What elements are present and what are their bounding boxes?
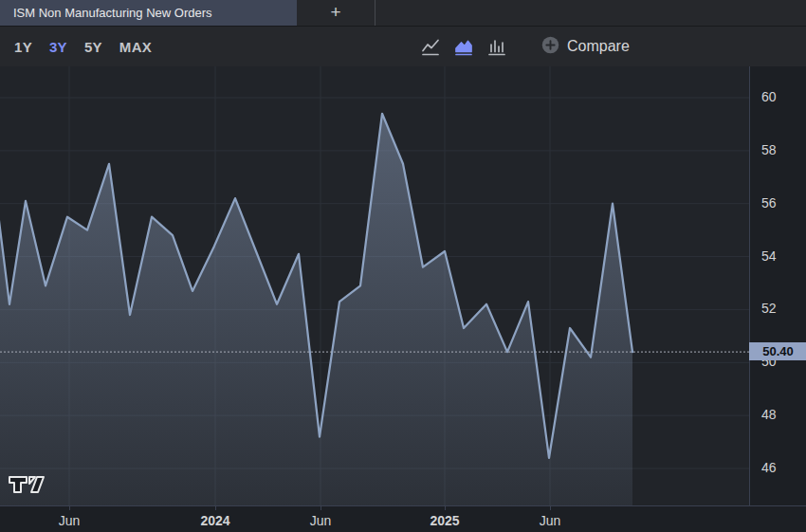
x-axis-tickmark <box>321 506 321 510</box>
y-axis-tick: 56 <box>761 195 777 211</box>
x-axis-tickmark <box>445 506 446 510</box>
area-chart <box>0 66 749 505</box>
tab-bar: ISM Non Manufacturing New Orders + <box>0 0 806 26</box>
x-axis-label: 2025 <box>430 513 459 528</box>
tradingview-chart-window: ISM Non Manufacturing New Orders + 1Y 3Y… <box>0 0 806 532</box>
tab-ism-non-manufacturing-new-orders[interactable]: ISM Non Manufacturing New Orders <box>0 0 297 26</box>
chart-type-switcher <box>419 27 508 66</box>
compare-button[interactable]: Compare <box>541 27 630 66</box>
plus-circle-icon <box>541 36 559 58</box>
area-chart-icon[interactable] <box>452 35 475 58</box>
y-axis-tick: 46 <box>761 460 777 475</box>
range-button-1y[interactable]: 1Y <box>6 39 41 55</box>
x-axis-label: Jun <box>540 513 561 528</box>
time-axis[interactable]: Jun2024Jun2025Jun <box>0 505 806 532</box>
chart-pane[interactable] <box>0 66 749 505</box>
column-chart-icon[interactable] <box>485 35 508 58</box>
y-axis-tick: 54 <box>761 248 777 264</box>
price-axis[interactable]: 605856545250484650.40 <box>749 66 806 505</box>
x-axis-label: Jun <box>59 513 81 528</box>
range-button-3y[interactable]: 3Y <box>41 39 76 55</box>
y-axis-tick: 60 <box>761 89 777 104</box>
range-button-5y[interactable]: 5Y <box>76 39 111 55</box>
tradingview-logo[interactable] <box>6 468 47 501</box>
chart-toolbar: 1Y 3Y 5Y MAX <box>0 27 806 66</box>
x-axis-label: 2024 <box>200 513 229 528</box>
add-tab-button[interactable]: + <box>297 0 375 26</box>
tab-separator <box>375 0 376 26</box>
y-axis-tick: 52 <box>761 301 777 316</box>
x-axis-tickmark <box>550 506 551 510</box>
y-axis-tick: 48 <box>761 407 777 422</box>
range-switcher: 1Y 3Y 5Y MAX <box>6 27 160 66</box>
range-button-max[interactable]: MAX <box>111 39 160 55</box>
line-chart-icon[interactable] <box>419 35 442 58</box>
x-axis-label: Jun <box>310 513 332 528</box>
x-axis-tickmark <box>215 506 216 510</box>
last-price-label: 50.40 <box>749 342 806 360</box>
y-axis-tick: 58 <box>761 142 777 157</box>
x-axis-tickmark <box>69 506 70 510</box>
compare-button-label: Compare <box>567 38 630 55</box>
